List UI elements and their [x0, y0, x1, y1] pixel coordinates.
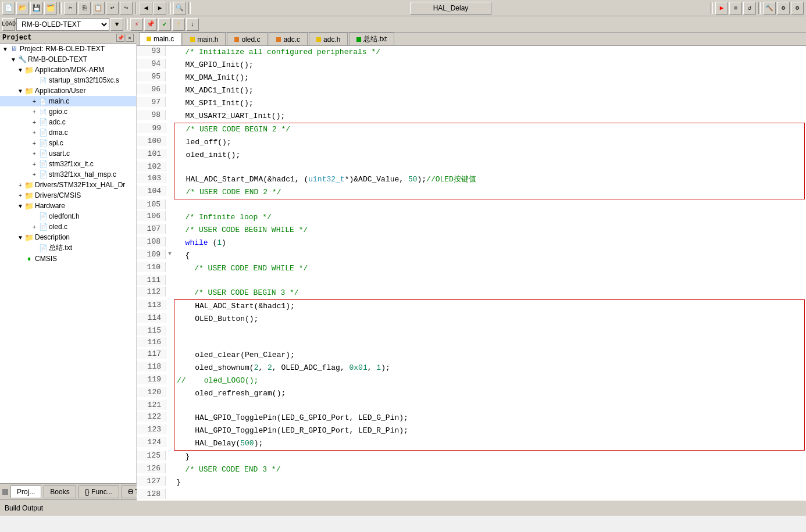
settings-button[interactable]: ⚙: [791, 2, 804, 15]
find-button[interactable]: 🔍: [173, 2, 186, 15]
sidebar-close-button[interactable]: ✕: [126, 34, 134, 42]
paste-button[interactable]: 📋: [92, 2, 105, 15]
tab-label-adc-c: adc.c: [283, 35, 300, 44]
sep7: [126, 19, 128, 30]
save-button[interactable]: 💾: [30, 2, 43, 15]
open-button[interactable]: 📂: [16, 2, 29, 15]
line-fold-107: [166, 224, 174, 225]
sidebar-scroll-left[interactable]: [2, 489, 8, 495]
line-fold-109[interactable]: ▼: [166, 249, 174, 257]
redo-button[interactable]: ↪: [120, 2, 133, 15]
sidebar-item-startup[interactable]: 📄 startup_stm32f105xc.s: [0, 75, 136, 85]
sidebar-item-drivers-cmsis[interactable]: + 📁 Drivers/CMSIS: [0, 190, 136, 201]
line-num-108: 108: [137, 237, 166, 247]
target-select-display[interactable]: HAL_Delay: [410, 2, 491, 15]
code-line-97: 97 MX_SPI1_Init();: [137, 97, 806, 110]
tab-dot-zongjie: [356, 37, 361, 42]
forward-button[interactable]: ▶: [154, 2, 166, 15]
sidebar-item-stm32-hal-msp[interactable]: + 📄 stm32f1xx_hal_msp.c: [0, 169, 136, 180]
line-content-104: /* USER CODE END 2 */: [174, 186, 804, 199]
sidebar-pin-button[interactable]: 📌: [116, 34, 124, 42]
tab-adc-h[interactable]: adc.h: [309, 33, 348, 45]
line-num-120: 120: [137, 387, 166, 397]
copy-button[interactable]: ⎘: [78, 2, 91, 15]
line-num-114: 114: [137, 313, 166, 323]
sidebar-item-project-root[interactable]: ▼ 🖥 Project: RM-B-OLED-TEXT: [0, 44, 136, 54]
file-icon: 📄: [38, 244, 48, 253]
toggle-icon: +: [30, 224, 38, 230]
sidebar-item-zongjie[interactable]: 📄 总结.txt: [0, 242, 136, 253]
sidebar-item-drivers-stm32[interactable]: + 📁 Drivers/STM32F1xx_HAL_Dr: [0, 180, 136, 190]
code-line-116: 116: [174, 337, 805, 349]
bottom-tab-proj[interactable]: Proj...: [10, 485, 41, 498]
cut-button[interactable]: ✂: [64, 2, 77, 15]
save-all-button[interactable]: 🗂️: [44, 2, 57, 15]
code-line-109: 109 ▼ {: [137, 249, 806, 262]
line-fold-111: [166, 275, 174, 276]
sidebar-item-app-mdk-arm[interactable]: ▼ 📁 Application/MDK-ARM: [0, 65, 136, 75]
sidebar-item-usart-c[interactable]: + 📄 usart.c: [0, 148, 136, 159]
toggle-icon: +: [16, 182, 24, 188]
debug-reset-button[interactable]: ↺: [743, 2, 756, 15]
bottom-tab-books-label: Books: [50, 488, 69, 496]
tab-main-h[interactable]: main.h: [183, 33, 226, 45]
t3-button[interactable]: ✔: [158, 18, 171, 31]
undo-button[interactable]: ↩: [106, 2, 119, 15]
code-editor[interactable]: 93 /* Initialize all configured peripher…: [137, 46, 806, 501]
new-button[interactable]: 📄: [2, 2, 15, 15]
target-select[interactable]: RM-B-OLED-TEXT: [16, 18, 109, 31]
tab-oled-c[interactable]: oled.c: [227, 33, 268, 45]
sidebar-item-adc-c[interactable]: + 📄 adc.c: [0, 117, 136, 127]
line-num-97: 97: [137, 97, 166, 107]
bottom-tab-books[interactable]: Books: [44, 485, 76, 498]
t1-button[interactable]: ⚡: [130, 18, 143, 31]
tab-zongjie[interactable]: 总结.txt: [349, 33, 394, 45]
line-num-106: 106: [137, 211, 166, 221]
line-fold-118: [166, 362, 174, 363]
toggle-icon: +: [16, 192, 24, 199]
sidebar-item-oled-c[interactable]: + 📄 oled.c: [0, 222, 136, 232]
sidebar-item-description[interactable]: ▼ 📁 Description: [0, 232, 136, 242]
code-line-126: 126 /* USER CODE END 3 */: [137, 463, 806, 476]
build-output: Build Output: [0, 499, 806, 516]
line-content-102: [174, 162, 804, 163]
line-num-122: 122: [137, 412, 166, 422]
sidebar-item-cmsis[interactable]: ♦ CMSIS: [0, 253, 136, 264]
sidebar-title: Project: [2, 34, 31, 42]
tab-main-c[interactable]: main.c: [139, 33, 181, 45]
hardware-label: Hardware: [35, 202, 65, 210]
sidebar-item-oledfont-h[interactable]: 📄 oledfont.h: [0, 211, 136, 222]
t4-button[interactable]: ↑: [172, 18, 185, 31]
sidebar-item-main-c[interactable]: + 📄 main.c: [0, 96, 136, 106]
code-line-121: 121: [174, 400, 805, 412]
debug-stop-button[interactable]: ■: [729, 2, 742, 15]
build-button[interactable]: 🔨: [763, 2, 776, 15]
toggle-icon: +: [30, 161, 38, 167]
sidebar-item-app-user[interactable]: ▼ 📁 Application/User: [0, 85, 136, 96]
sidebar-header: Project 📌 ✕: [0, 33, 136, 44]
rebuild-button[interactable]: ⚙: [777, 2, 790, 15]
folder-icon: 📁: [24, 191, 34, 200]
sidebar-item-dma-c[interactable]: + 📄 dma.c: [0, 127, 136, 138]
toggle-icon: +: [30, 172, 38, 178]
debug-start-button[interactable]: ▶: [715, 2, 728, 15]
chip-button[interactable]: LOAD: [2, 18, 15, 31]
sidebar-item-hardware[interactable]: ▼ 📁 Hardware: [0, 201, 136, 211]
sidebar-item-stm32-it[interactable]: + 📄 stm32f1xx_it.c: [0, 159, 136, 169]
t5-button[interactable]: ↓: [186, 18, 199, 31]
bottom-tab-func[interactable]: {} Func...: [79, 485, 119, 498]
back-button[interactable]: ◀: [140, 2, 152, 15]
line-num-127: 127: [137, 476, 166, 486]
sidebar-item-spi-c[interactable]: + 📄 spi.c: [0, 138, 136, 148]
tab-adc-c[interactable]: adc.c: [269, 33, 308, 45]
options-button[interactable]: ▼: [110, 18, 123, 31]
line-num-113: 113: [137, 300, 166, 310]
code-line-110: 110 /* USER CODE END WHILE */: [137, 262, 806, 275]
sidebar-item-rm-b-oled-text[interactable]: ▼ 🔧 RM-B-OLED-TEXT: [0, 54, 136, 65]
tab-label-main-h: main.h: [197, 35, 218, 44]
file-icon: 📄: [38, 149, 48, 158]
t2-button[interactable]: 📌: [144, 18, 157, 31]
file-icon: 📄: [38, 212, 48, 221]
line-num-102: 102: [137, 162, 166, 172]
sidebar-item-gpio-c[interactable]: + 📄 gpio.c: [0, 106, 136, 117]
